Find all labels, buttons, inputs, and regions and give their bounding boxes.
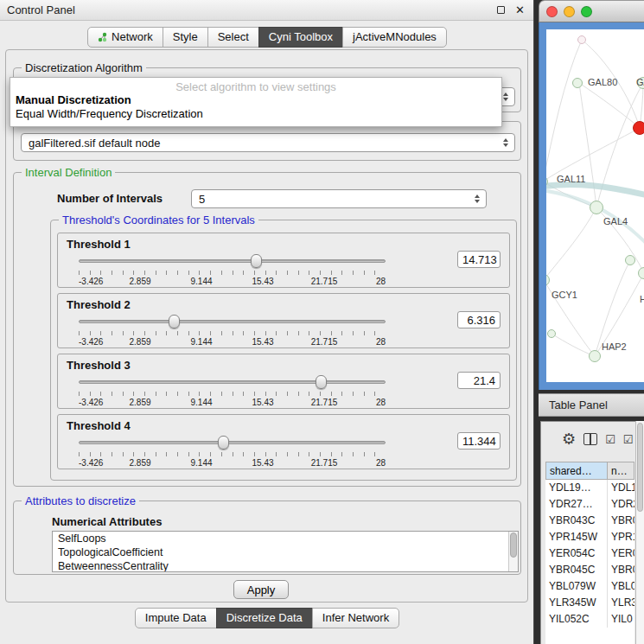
apply-button[interactable]: Apply (233, 580, 289, 599)
scrollbar-thumb[interactable] (637, 423, 643, 512)
attribute-item[interactable]: BetweennessCentrality (53, 559, 518, 572)
table-cell: YLR3 (608, 595, 634, 611)
popup-option-equal-width-frequency[interactable]: Equal Width/Frequency Discretization (10, 107, 501, 121)
column-header[interactable]: n… (607, 462, 634, 480)
network-node[interactable] (633, 121, 644, 135)
threshold-slider[interactable]: -3.4262.8599.14415.4321.71528 (79, 374, 386, 407)
slider-ticks (79, 331, 386, 335)
close-light-icon[interactable] (546, 6, 558, 17)
threshold-value-field[interactable]: 6.316 (457, 311, 501, 328)
tab-jactivemnodules[interactable]: jActiveMNodules (342, 27, 447, 48)
table-row[interactable]: YDR27…YDR2 (545, 496, 634, 513)
table-cell: YDL19… (545, 480, 608, 496)
slider-thumb[interactable] (169, 315, 180, 328)
node-label: GAL80 (588, 77, 617, 87)
node-hap2[interactable] (589, 350, 601, 362)
number-of-intervals-select[interactable]: 5 (191, 189, 487, 208)
slider-thumb[interactable] (316, 375, 327, 389)
node-gal4[interactable] (590, 201, 603, 214)
stepper-icon (500, 138, 511, 147)
tick-label: -3.426 (79, 337, 103, 347)
table-panel-header[interactable]: Table Panel (539, 393, 644, 417)
minimize-light-icon[interactable] (564, 6, 575, 17)
table-cell: YER054C (545, 545, 608, 562)
float-window-icon[interactable] (497, 6, 505, 14)
slider-tick-labels: -3.4262.8599.14415.4321.71528 (79, 398, 386, 406)
top-tab-bar: NetworkStyleSelectCyni ToolboxjActiveMNo… (0, 27, 534, 48)
tab-impute-data[interactable]: Impute Data (135, 608, 217, 628)
table-row[interactable]: YDL19…YDL1 (545, 480, 634, 496)
table-cell: YDR2 (608, 496, 634, 513)
table-row[interactable]: YBR045CYBR0 (545, 562, 634, 578)
thresholds-list: Threshold 1-3.4262.8599.14415.4321.71528… (57, 233, 510, 475)
slider-tick-labels: -3.4262.8599.14415.4321.71528 (79, 458, 386, 467)
threshold-slider[interactable]: -3.4262.8599.14415.4321.71528 (79, 253, 386, 286)
close-icon[interactable]: ✕ (515, 4, 525, 16)
popup-option-manual-discretization[interactable]: Manual Discretization (10, 93, 501, 107)
table-row[interactable]: YBR043CYBR0 (545, 513, 634, 529)
threshold-slider[interactable]: -3.4262.8599.14415.4321.71528 (79, 435, 386, 468)
tick-label: 15.43 (252, 458, 273, 468)
tab-discretize-data[interactable]: Discretize Data (216, 608, 313, 628)
threshold-label: Threshold 4 (67, 419, 131, 432)
attributes-scrollbar[interactable] (508, 532, 518, 571)
slider-track[interactable] (79, 259, 386, 263)
tick-label: 21.715 (311, 398, 338, 407)
tick-label: 9.144 (190, 458, 212, 468)
table-row[interactable]: YIL052CYIL0 (545, 611, 634, 628)
tab-select[interactable]: Select (207, 27, 259, 48)
checkbox-all-icon[interactable]: ☑ (605, 434, 615, 445)
slider-thumb[interactable] (251, 254, 262, 268)
slider-thumb[interactable] (218, 436, 229, 450)
numerical-attributes-label: Numerical Attributes (52, 515, 162, 528)
tick-label: 21.715 (311, 458, 338, 468)
threshold-value-field[interactable]: 21.4 (457, 372, 501, 389)
slider-track[interactable] (79, 380, 386, 384)
table-browser-window: ⚙☑☑ shared…n… YDL19…YDL1YDR27…YDR2YBR043… (540, 421, 644, 644)
slider-track[interactable] (79, 441, 386, 444)
table-data-select[interactable]: galFiltered.sif default node (21, 133, 515, 152)
network-canvas[interactable]: GAL80GAGAL11GAL4HGCY1HAP2 (546, 29, 644, 382)
number-of-intervals-label: Number of Intervals (57, 192, 163, 205)
tick-label: 15.43 (252, 277, 273, 286)
tab-network[interactable]: Network (87, 27, 163, 48)
thresholds-group-label: Threshold's Coordinates for 5 Intervals (59, 214, 258, 226)
gear-icon[interactable]: ⚙ (562, 431, 576, 447)
threshold-panel: Threshold 3-3.4262.8599.14415.4321.71528… (57, 354, 510, 409)
node-label: GCY1 (552, 290, 577, 300)
table-row[interactable]: YBL079WYBL0 (545, 578, 634, 595)
table-row[interactable]: YER054CYER0 (545, 545, 634, 562)
tick-label: 15.43 (252, 398, 273, 407)
scrollbar-thumb[interactable] (510, 532, 517, 558)
node-gal80[interactable] (572, 78, 583, 88)
attribute-item[interactable]: SelfLoops (53, 532, 518, 545)
tab-infer-network[interactable]: Infer Network (312, 608, 399, 628)
tick-label: 28 (376, 398, 386, 407)
network-window-titlebar[interactable] (539, 0, 644, 22)
column-header[interactable]: shared… (545, 462, 608, 480)
columns-icon[interactable] (583, 433, 597, 445)
slider-track[interactable] (79, 320, 386, 323)
network-node[interactable] (625, 255, 635, 265)
table-scrollbar[interactable] (635, 421, 644, 644)
checkbox-select-icon[interactable]: ☑ (623, 434, 634, 445)
network-view-window: GAL80GAGAL11GAL4HGCY1HAP2 (539, 0, 644, 390)
table-row[interactable]: YPR145WYPR1 (545, 529, 634, 545)
tab-cyni-toolbox[interactable]: Cyni Toolbox (258, 27, 343, 48)
attribute-item[interactable]: TopologicalCoefficient (53, 545, 518, 559)
zoom-light-icon[interactable] (581, 6, 592, 17)
threshold-label: Threshold 2 (67, 298, 131, 311)
network-node[interactable] (547, 329, 556, 338)
tab-style[interactable]: Style (163, 27, 208, 48)
tab-label: Select (218, 30, 249, 43)
window-title: Control Panel (7, 3, 497, 16)
threshold-panel: Threshold 1-3.4262.8599.14415.4321.71528… (57, 233, 510, 288)
threshold-value-field[interactable]: 14.713 (457, 251, 501, 268)
threshold-slider[interactable]: -3.4262.8599.14415.4321.71528 (79, 314, 386, 347)
network-node[interactable] (638, 267, 644, 279)
network-node[interactable] (577, 35, 586, 44)
table-row[interactable]: YLR345WYLR3 (545, 595, 634, 611)
slider-ticks (79, 392, 386, 396)
control-panel-titlebar[interactable]: Control Panel ✕ (0, 0, 533, 21)
threshold-value-field[interactable]: 11.344 (457, 432, 501, 450)
